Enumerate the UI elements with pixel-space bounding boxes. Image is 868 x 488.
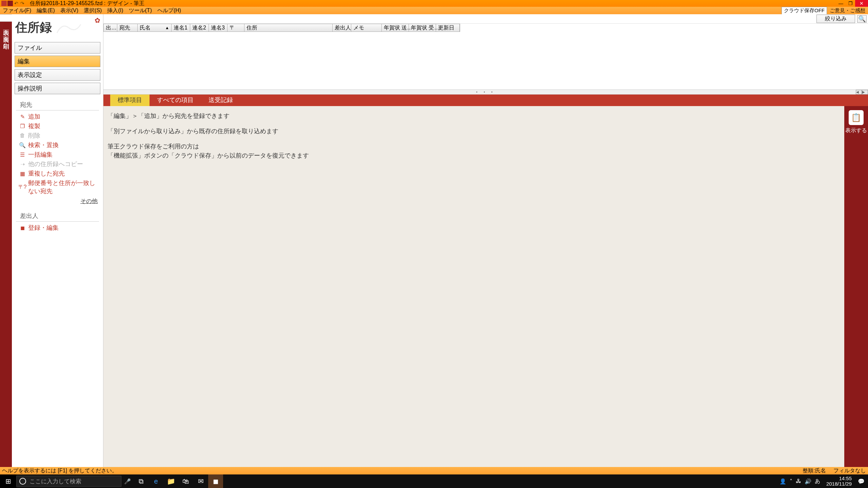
col-renmei2[interactable]: 連名2 (190, 24, 209, 32)
sb-mismatch[interactable]: 〒?郵便番号と住所が一致しない宛先 (12, 178, 103, 196)
sb-delete: 🗑削除 (12, 131, 103, 140)
tray-ime[interactable]: あ (815, 478, 820, 485)
minimize-button[interactable]: — (836, 0, 846, 7)
feedback-link[interactable]: ご意見・ご感想 (828, 7, 867, 14)
col-postal[interactable]: 〒 (228, 24, 244, 32)
taskview-icon[interactable]: ⧉ (134, 474, 149, 488)
register-icon: ◼ (19, 225, 26, 231)
tray-people-icon[interactable]: 👤 (780, 478, 786, 485)
menu-file[interactable]: ファイル(F) (0, 7, 34, 14)
detail-rightbar: 📋 表示する (844, 106, 868, 467)
bulk-icon: ☰ (19, 151, 26, 158)
splitter-left-icon[interactable]: ◀ (856, 90, 862, 95)
splitter-right-icon[interactable]: ▶ (862, 90, 868, 95)
sb-register[interactable]: ◼登録・編集 (12, 223, 103, 232)
redo-icon[interactable]: ↷ (20, 1, 25, 6)
store-icon[interactable]: 🛍 (178, 474, 193, 488)
sidebar: ✿ 住所録 ファイル 編集 表示設定 操作説明 宛先 ✎追加 ❐複製 🗑削除 🔍… (12, 14, 103, 467)
caption-buttons: — ❐ ✕ (836, 0, 868, 7)
sb-add-label: 追加 (28, 113, 40, 121)
grid-header: 出… 宛先 氏名▲ 連名1 連名2 連名3 〒 住所 差出人 メモ 年賀状 送…… (103, 24, 460, 32)
menu-tool[interactable]: ツール(T) (126, 7, 155, 14)
group-atesaki: 宛先 (16, 98, 99, 110)
menubar: ファイル(F) 編集(E) 表示(V) 選択(S) 挿入(I) ツール(T) ヘ… (0, 7, 868, 14)
menu-view[interactable]: 表示(V) (58, 7, 81, 14)
maximize-button[interactable]: ❐ (846, 0, 855, 7)
title-text: 住所録2018-11-29-145525.fzd : デザイン - 筆王 (30, 0, 144, 7)
toolbar-row: 絞り込み 🔍 (103, 14, 868, 24)
vtab-front[interactable]: 表面 (0, 22, 12, 28)
undo-icon[interactable]: ↶ (14, 1, 19, 6)
col-renmei3[interactable]: 連名3 (209, 24, 228, 32)
cloud-save-off[interactable]: クラウド保存OFF (782, 7, 827, 15)
menu-select[interactable]: 選択(S) (81, 7, 104, 14)
dup-icon: ▦ (19, 170, 26, 177)
mic-icon[interactable]: 🎤 (121, 478, 134, 485)
show-label: 表示する (845, 127, 867, 134)
tray-up-icon[interactable]: ˄ (790, 478, 792, 485)
search-button[interactable]: 🔍 (857, 15, 867, 23)
status-order: 整順:氏名 (803, 468, 826, 473)
vtab-back[interactable]: 裏面 (0, 28, 12, 35)
sb-other[interactable]: その他 (12, 196, 103, 206)
col-memo[interactable]: メモ (351, 24, 382, 32)
sb-copy[interactable]: ❐複製 (12, 121, 103, 131)
save-icon[interactable] (7, 1, 13, 6)
sb-delete-label: 削除 (28, 131, 40, 140)
tab-sendrecv[interactable]: 送受記録 (201, 94, 240, 106)
status-filter: フィルタなし (833, 468, 866, 473)
explorer-icon[interactable]: 📁 (163, 474, 178, 488)
vtab-addressbook[interactable]: 住所録 (0, 14, 12, 22)
menu-insert[interactable]: 挿入(I) (104, 7, 126, 14)
vtab-extensions[interactable]: 機能拡張 (0, 460, 12, 467)
detail-content: 「編集」＞「追加」から宛先を登録できます 「別ファイルから取り込み」から既存の住… (103, 106, 844, 467)
mail-icon[interactable]: ✉ (193, 474, 208, 488)
tab-standard[interactable]: 標準項目 (110, 94, 150, 106)
decoration-icon (55, 21, 82, 35)
splitter[interactable]: • • • ◀ ▶ (103, 89, 868, 95)
col-atesaki[interactable]: 宛先 (117, 24, 138, 32)
menu-edit[interactable]: 編集(E) (34, 7, 57, 14)
taskbar-clock[interactable]: 14:55 2018/11/29 (824, 476, 854, 487)
start-button[interactable]: ⊞ (0, 474, 16, 488)
section-display[interactable]: 表示設定 (15, 69, 100, 81)
sb-mismatch-label: 郵便番号と住所が一致しない宛先 (28, 179, 96, 195)
tab-all[interactable]: すべての項目 (150, 94, 201, 106)
col-updated[interactable]: 更新日 (436, 24, 460, 32)
grid-body[interactable] (103, 32, 868, 89)
sb-othercopy: ➝他の住所録へコピー (12, 159, 103, 169)
sb-search[interactable]: 🔍検索・置換 (12, 140, 103, 150)
detail-line2: 「別ファイルから取り込み」から既存の住所録を取り込めます (107, 127, 840, 136)
sb-add[interactable]: ✎追加 (12, 112, 103, 121)
col-name[interactable]: 氏名▲ (138, 24, 172, 32)
section-help[interactable]: 操作説明 (15, 83, 100, 94)
close-button[interactable]: ✕ (855, 0, 868, 7)
notification-icon[interactable]: 💬 (854, 478, 868, 485)
sb-bulk[interactable]: ☰一括編集 (12, 150, 103, 159)
col-sender[interactable]: 差出人 (333, 24, 351, 32)
col-renmei1[interactable]: 連名1 (172, 24, 190, 32)
menu-help[interactable]: ヘルプ(H) (155, 7, 184, 14)
col-nysent[interactable]: 年賀状 送… (382, 24, 409, 32)
tray-volume-icon[interactable]: 🔊 (805, 478, 811, 485)
titlebar: ↶ ↷ 住所録2018-11-29-145525.fzd : デザイン - 筆王… (0, 0, 868, 7)
edge-icon[interactable]: e (149, 474, 163, 488)
tray-network-icon[interactable]: 🖧 (796, 478, 801, 484)
gear-icon[interactable]: ✿ (95, 16, 100, 24)
taskbar-search[interactable]: ここに入力して検索 (16, 476, 121, 487)
col-address[interactable]: 住所 (244, 24, 333, 32)
filter-button[interactable]: 絞り込み (816, 15, 855, 23)
vtab-print[interactable]: 印刷 (0, 35, 12, 42)
col-nyrecv[interactable]: 年賀状 受… (409, 24, 436, 32)
postal-icon: 〒? (19, 184, 26, 190)
col-output[interactable]: 出… (104, 24, 117, 32)
app-taskbar-icon[interactable]: ◼ (208, 474, 223, 488)
sidebar-title: 住所録 (15, 19, 52, 36)
vertical-tabs: 住所録 表面 裏面 印刷 機能拡張 (0, 14, 12, 467)
section-file[interactable]: ファイル (15, 42, 100, 54)
section-edit[interactable]: 編集 (15, 56, 100, 67)
sb-search-label: 検索・置換 (28, 141, 59, 149)
show-button[interactable]: 📋 (849, 110, 864, 125)
sb-dup[interactable]: ▦重複した宛先 (12, 169, 103, 178)
group-sashidashi: 差出人 (16, 209, 99, 222)
